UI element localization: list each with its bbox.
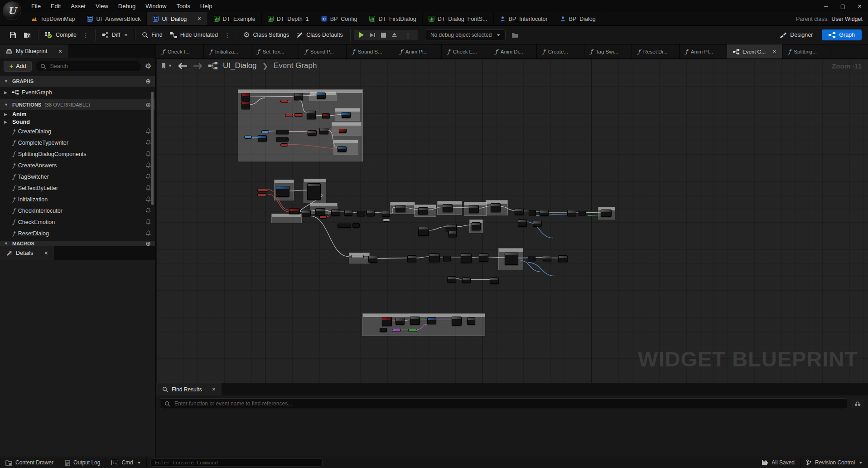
asset-tab-dt_depth_1[interactable]: DT_Depth_1 [262,12,315,25]
graph-tab-sounds[interactable]: ƒSound S... [347,44,394,58]
console-command-input[interactable]: Enter Console Command [150,458,323,467]
graph-node[interactable] [241,101,250,109]
variable-pill-node[interactable] [257,193,266,196]
graph-node[interactable] [452,317,462,326]
asset-tab-bp_dialog[interactable]: BP_Dialog [554,12,602,25]
graph-node[interactable] [558,255,568,262]
stop-button[interactable] [381,33,386,38]
graph-node[interactable] [276,130,289,134]
menu-tools[interactable]: Tools [171,3,195,10]
function-row-completetypewriter[interactable]: ƒCompleteTypewriter [0,137,155,148]
variable-pill-node[interactable] [244,136,252,139]
hide-unrelated-kebab-icon[interactable]: ⋮ [222,32,232,39]
find-references-input[interactable]: Enter function or event name to find ref… [160,398,847,409]
bell-icon[interactable] [146,174,151,180]
menu-view[interactable]: View [91,3,113,10]
graph-tab-tagswi[interactable]: ƒTag Swi... [584,44,632,58]
variable-pill-node[interactable] [392,329,401,332]
macros-section-header[interactable]: ▼ MACROS ⊕ [0,241,155,246]
tab-find-results[interactable]: Find Results ✕ [156,383,222,395]
diff-button[interactable]: Diff ▼ [99,30,131,40]
graph-node[interactable] [543,256,551,261]
asset-tab-ui_dialog[interactable]: UI_Dialog✕ [147,12,207,25]
graph-node[interactable] [418,227,429,236]
graph-node[interactable] [505,253,518,265]
graph-node[interactable] [491,203,501,212]
graph-tab-checki[interactable]: ƒCheck I... [156,44,204,58]
play-button[interactable] [358,32,364,38]
content-drawer-button[interactable]: Content Drawer [0,457,59,468]
graph-node[interactable] [418,207,428,214]
panel-settings-gear-icon[interactable]: ⚙ [145,63,151,70]
graph-node[interactable] [410,317,420,325]
bookmark-icon[interactable]: ▼ [161,63,172,69]
bell-icon[interactable] [146,128,151,134]
graph-node[interactable] [567,210,576,216]
add-graph-icon[interactable]: ⊕ [145,78,151,85]
graph-node[interactable] [276,186,289,197]
tab-my-blueprint[interactable]: My Blueprint ✕ [0,44,68,58]
eject-button[interactable] [391,32,397,38]
browse-asset-button[interactable] [20,30,34,40]
asset-tab-dt_dialog_fonts[interactable]: DT_Dialog_FontS... [423,12,494,25]
close-icon[interactable]: ✕ [212,387,216,392]
search-input[interactable]: Search [36,61,140,71]
asset-tab-topdownmap[interactable]: TopDownMap [25,12,81,25]
graph-node[interactable] [322,113,330,118]
graph-node[interactable] [294,93,303,100]
tab-details[interactable]: Details ✕ [0,246,54,260]
find-in-blueprints-button[interactable] [851,399,864,408]
menu-file[interactable]: File [26,3,46,10]
variable-pill-node[interactable] [294,113,303,117]
output-log-button[interactable]: Output Log [59,457,106,468]
unreal-logo-icon[interactable]: U [3,1,21,20]
graph-node[interactable] [601,210,612,217]
bell-icon[interactable] [146,208,151,214]
compile-button[interactable]: Compile [42,29,80,40]
menu-edit[interactable]: Edit [46,3,66,10]
graph-node[interactable] [342,112,351,118]
bell-icon[interactable] [146,185,151,191]
designer-button[interactable]: Designer [775,30,817,40]
graph-node[interactable] [382,211,390,217]
debug-filter-button[interactable] [508,30,521,40]
close-icon[interactable]: ✕ [772,49,776,54]
variable-pill-node[interactable] [383,219,390,222]
function-row-checkemotion[interactable]: ƒCheckEmotion [0,216,155,228]
graph-node[interactable] [540,210,549,216]
variable-pill-node[interactable] [257,189,268,192]
class-settings-button[interactable]: ⚙ Class Settings [240,29,292,40]
graph-node[interactable] [429,253,440,262]
add-function-icon[interactable]: ⊕ [145,101,151,108]
step-button[interactable] [370,32,376,38]
function-row-tagswitcher[interactable]: ƒTagSwitcher [0,171,155,182]
asset-tab-bp_interlocutor[interactable]: BP_Interlocutor [494,12,554,25]
save-status[interactable]: All Saved [756,457,800,468]
graph-node[interactable] [368,256,377,263]
variable-pill-node[interactable] [280,143,288,146]
bell-icon[interactable] [146,140,151,146]
graph-node[interactable] [352,223,360,228]
graph-node[interactable] [289,208,300,214]
close-icon[interactable]: ✕ [58,49,62,54]
graph-node[interactable] [518,219,527,227]
breadcrumb-root[interactable]: UI_Dialog [223,61,257,70]
graph-tab-animpl[interactable]: ƒAnim Pl... [680,44,727,58]
nav-back-button[interactable] [178,63,188,69]
function-row-createanswers[interactable]: ƒCreateAnswers [0,160,155,171]
category-row-anim[interactable]: ▶Anim [0,110,155,118]
asset-tab-dt_firstdialog[interactable]: DT_FirstDialog [363,12,422,25]
graph-node[interactable] [317,93,326,99]
parent-class-link[interactable]: User Widget [831,16,863,22]
function-row-settextbyletter[interactable]: ƒSetTextByLetter [0,182,155,194]
graph-node[interactable] [427,317,436,324]
asset-tab-dt_example[interactable]: DT_Example [208,12,262,25]
bell-icon[interactable] [146,219,151,225]
variable-pill-node[interactable] [408,329,417,332]
graph-node[interactable] [467,317,475,325]
menu-debug[interactable]: Debug [113,3,140,10]
graph-node[interactable] [472,222,481,230]
graph-node[interactable] [528,256,535,261]
graph-node[interactable] [308,130,317,136]
function-row-initialization[interactable]: ƒInitialization [0,194,155,205]
